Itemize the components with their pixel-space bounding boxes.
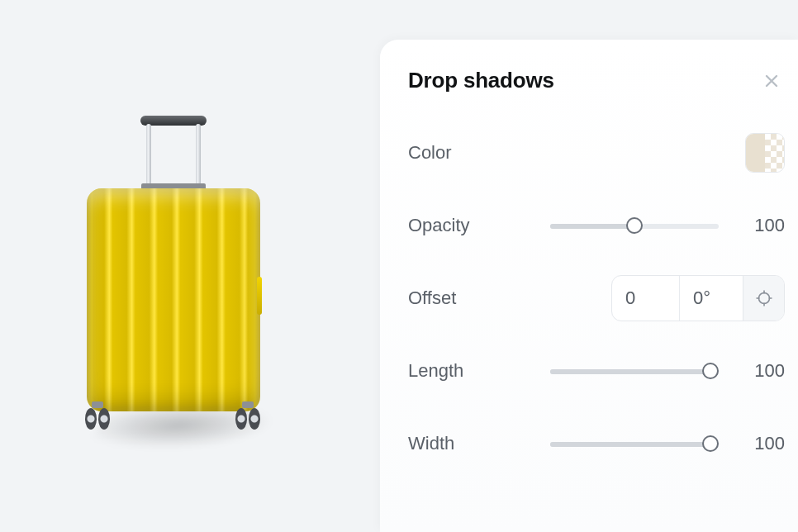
suitcase-side-handle <box>257 277 262 315</box>
offset-input-group: 0 0° <box>611 275 785 321</box>
width-label: Width <box>408 433 540 454</box>
slider-thumb[interactable] <box>702 363 719 379</box>
offset-target-button[interactable] <box>743 276 784 321</box>
length-slider[interactable] <box>550 363 719 379</box>
width-slider[interactable] <box>550 435 719 452</box>
offset-distance-input[interactable]: 0 <box>612 276 680 321</box>
close-button[interactable] <box>760 69 783 93</box>
panel-header: Drop shadows <box>408 68 785 93</box>
opacity-slider[interactable] <box>550 217 719 234</box>
slider-fill <box>550 369 710 374</box>
offset-angle-input[interactable]: 0° <box>680 276 743 321</box>
color-swatch[interactable] <box>745 133 785 173</box>
color-swatch-transparency <box>765 134 784 172</box>
suitcase-handle-pole <box>196 124 201 185</box>
color-label: Color <box>408 142 540 164</box>
slider-fill <box>550 442 710 447</box>
preview-canvas <box>0 0 380 532</box>
svg-point-0 <box>758 293 769 304</box>
drop-shadows-panel: Drop shadows Color Opacity 100 <box>380 40 798 532</box>
offset-label: Offset <box>408 287 540 309</box>
suitcase-wheel <box>235 405 260 430</box>
width-row: Width 100 <box>408 420 785 467</box>
length-label: Length <box>408 360 540 382</box>
slider-thumb[interactable] <box>702 435 719 452</box>
width-value: 100 <box>739 433 785 454</box>
panel-title: Drop shadows <box>408 68 554 93</box>
suitcase-wheel <box>85 405 110 430</box>
crosshair-icon <box>756 290 772 306</box>
opacity-row: Opacity 100 <box>408 202 785 249</box>
offset-row: Offset 0 0° <box>408 275 785 321</box>
slider-thumb[interactable] <box>626 217 643 234</box>
opacity-label: Opacity <box>408 215 540 236</box>
opacity-value: 100 <box>739 215 785 236</box>
suitcase-handle-pole <box>146 124 151 185</box>
length-value: 100 <box>739 360 785 382</box>
color-row: Color <box>408 130 785 176</box>
suitcase-body <box>87 188 260 411</box>
length-row: Length 100 <box>408 348 785 394</box>
preview-object-suitcase[interactable] <box>87 116 260 446</box>
color-swatch-solid <box>746 134 765 172</box>
slider-fill <box>550 224 634 229</box>
close-icon <box>765 74 778 88</box>
